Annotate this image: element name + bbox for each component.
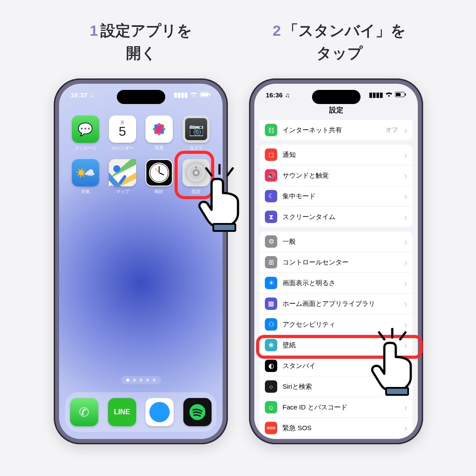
- svg-point-12: [113, 165, 120, 172]
- dynamic-island: [312, 90, 361, 104]
- settings-row-通知[interactable]: ◻通知›: [260, 145, 413, 165]
- app-label: マップ: [116, 189, 129, 195]
- settings-row-サウンドと触覚[interactable]: 🔊サウンドと触覚›: [260, 165, 413, 186]
- row-icon: ○: [265, 380, 277, 393]
- app-label: 写真: [155, 145, 164, 151]
- settings-row-コントロールセンター[interactable]: ⊞コントロールセンター›: [260, 252, 413, 273]
- row-label: 一般: [283, 238, 399, 246]
- messages-icon[interactable]: 💬: [72, 115, 99, 143]
- svg-rect-26: [396, 93, 401, 96]
- row-value: オフ: [386, 126, 398, 134]
- settings-title: 設定: [254, 106, 418, 115]
- row-label: 画面表示と明るさ: [283, 279, 399, 287]
- app-label: 天気: [81, 189, 90, 195]
- app-label: カメラ: [190, 145, 203, 151]
- home-app-clock[interactable]: 時計: [141, 159, 178, 195]
- chevron-right-icon: ›: [404, 258, 407, 267]
- home-app-camera[interactable]: 📷カメラ: [178, 115, 215, 151]
- status-time: 16:37: [71, 91, 87, 99]
- app-label: 時計: [155, 189, 164, 195]
- settings-row-接触通知[interactable]: ☀接触通知›: [260, 439, 413, 439]
- chevron-right-icon: ›: [404, 150, 407, 159]
- row-icon: ⧗: [265, 211, 277, 223]
- row-icon: ☾: [265, 190, 277, 202]
- row-icon: ◻: [265, 149, 277, 161]
- home-app-messages[interactable]: 💬メッセージ: [67, 115, 104, 151]
- settings-row-画面表示と明るさ[interactable]: ☀画面表示と明るさ›: [260, 273, 413, 294]
- tap-hand-icon: [366, 328, 428, 398]
- tap-hand-icon: [193, 164, 255, 234]
- settings-row-Face ID とパスコード[interactable]: ☺Face ID とパスコード›: [260, 397, 413, 418]
- step-2-title: 2「スタンバイ」を タップ: [251, 19, 428, 64]
- settings-row-集中モード[interactable]: ☾集中モード›: [260, 186, 413, 207]
- settings-row-インターネット共有[interactable]: ⛓インターネット共有オフ›: [260, 120, 413, 140]
- row-label: スクリーンタイム: [283, 213, 399, 221]
- headphones-icon: ♫: [89, 91, 94, 99]
- row-label: ホーム画面とアプリライブラリ: [283, 300, 399, 308]
- row-label: アクセシビリティ: [283, 320, 399, 329]
- camera-icon[interactable]: 📷: [182, 115, 210, 143]
- row-label: サウンドと触覚: [283, 171, 399, 180]
- svg-rect-35: [386, 388, 408, 395]
- phone-home: 16:37 ♫ ▮▮▮▮ 💬メッセージ月5カレンダー写真📷カメラ☀️☁️天気マッ…: [54, 78, 228, 444]
- row-label: コントロールセンター: [283, 258, 399, 267]
- chevron-right-icon: ›: [404, 192, 407, 201]
- home-app-photos[interactable]: 写真: [141, 115, 178, 151]
- svg-rect-27: [405, 93, 406, 96]
- row-label: 集中モード: [283, 192, 399, 201]
- chevron-right-icon: ›: [404, 320, 407, 329]
- row-icon: ❀: [265, 339, 277, 351]
- dynamic-island: [117, 90, 165, 104]
- row-label: インターネット共有: [283, 126, 380, 134]
- row-label: Face ID とパスコード: [283, 403, 399, 412]
- chevron-right-icon: ›: [404, 212, 407, 221]
- row-icon: ⚙: [265, 235, 277, 248]
- row-icon: ▦: [265, 298, 277, 310]
- settings-row-ホーム画面とアプリライブラリ[interactable]: ▦ホーム画面とアプリライブラリ›: [260, 294, 413, 314]
- weather-icon[interactable]: ☀️☁️: [72, 159, 99, 186]
- svg-rect-31: [213, 224, 235, 231]
- row-icon: ◐: [265, 360, 277, 372]
- chevron-right-icon: ›: [404, 424, 407, 432]
- settings-row-緊急 SOS[interactable]: SOS緊急 SOS›: [260, 418, 413, 439]
- status-time: 16:36: [266, 91, 283, 99]
- signal-icon: ▮▮▮▮: [369, 91, 383, 99]
- safari-icon[interactable]: [145, 398, 174, 426]
- settings-row-スクリーンタイム[interactable]: ⧗スクリーンタイム›: [260, 207, 413, 227]
- home-app-calendar[interactable]: 月5カレンダー: [104, 115, 141, 151]
- row-icon: ⊞: [265, 256, 277, 268]
- settings-row-一般[interactable]: ⚙一般›: [260, 231, 413, 252]
- signal-icon: ▮▮▮▮: [174, 91, 188, 99]
- headphones-icon: ♫: [285, 91, 290, 99]
- photos-icon[interactable]: [145, 115, 173, 143]
- row-icon: ☀: [265, 277, 277, 289]
- chevron-right-icon: ›: [404, 403, 407, 412]
- row-icon: ☺: [265, 401, 277, 413]
- phone-icon[interactable]: ✆: [70, 398, 98, 426]
- wifi-icon: [190, 91, 197, 99]
- clock-icon[interactable]: [145, 159, 173, 186]
- row-label: 緊急 SOS: [283, 424, 399, 432]
- row-icon: ⚇: [265, 318, 277, 331]
- row-label: 通知: [283, 151, 399, 159]
- home-app-maps[interactable]: マップ: [104, 159, 141, 195]
- chevron-right-icon: ›: [404, 299, 407, 308]
- chevron-right-icon: ›: [404, 126, 407, 134]
- row-icon: SOS: [265, 422, 277, 434]
- svg-line-32: [379, 332, 384, 339]
- home-app-weather[interactable]: ☀️☁️天気: [67, 159, 104, 195]
- dock: ✆LINE: [65, 392, 216, 432]
- row-icon: 🔊: [265, 169, 277, 182]
- maps-icon[interactable]: [109, 159, 136, 186]
- battery-icon: [395, 91, 406, 99]
- wifi-icon: [385, 91, 393, 99]
- calendar-icon[interactable]: 月5: [109, 115, 136, 143]
- page-indicator[interactable]: [121, 376, 161, 384]
- line-icon[interactable]: LINE: [108, 398, 136, 426]
- spotify-icon[interactable]: [183, 398, 212, 426]
- svg-line-30: [227, 168, 233, 175]
- app-label: メッセージ: [74, 145, 97, 151]
- svg-line-34: [400, 332, 405, 339]
- app-label: カレンダー: [112, 145, 134, 151]
- step-1-title: 1設定アプリを 開く: [53, 19, 229, 64]
